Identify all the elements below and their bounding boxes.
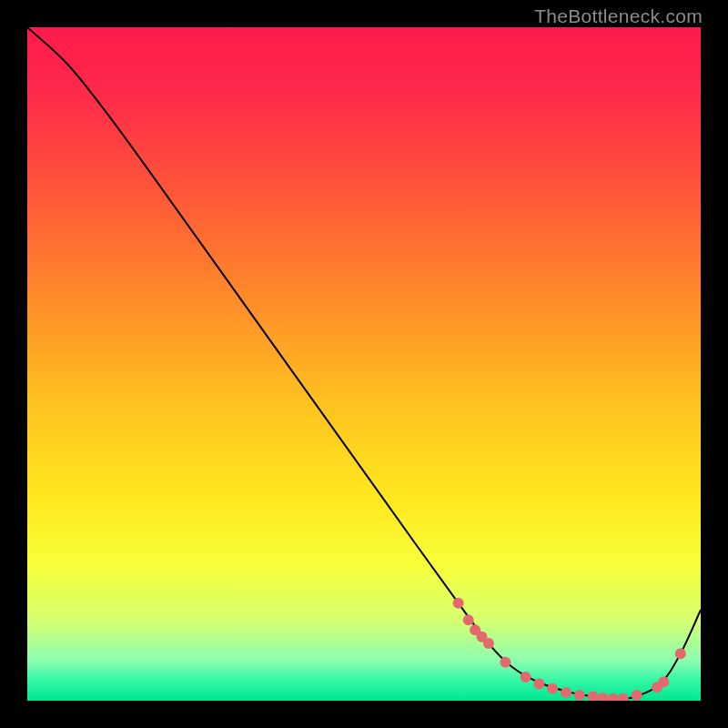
curve-marker [500,657,511,668]
curve-marker [632,690,642,701]
curve-marker [453,598,464,609]
watermark-text: TheBottleneck.com [534,5,703,27]
curve-marker [561,687,571,698]
curve-marker [463,614,474,625]
curve-marker [521,672,531,682]
curve-marker [574,690,585,701]
curve-marker [483,638,494,649]
bottleneck-curve-chart [27,27,701,701]
curve-marker [547,683,558,694]
curve-marker [658,676,669,687]
curve-marker [533,679,544,690]
curve-marker [675,648,686,659]
gradient-background [27,27,701,701]
